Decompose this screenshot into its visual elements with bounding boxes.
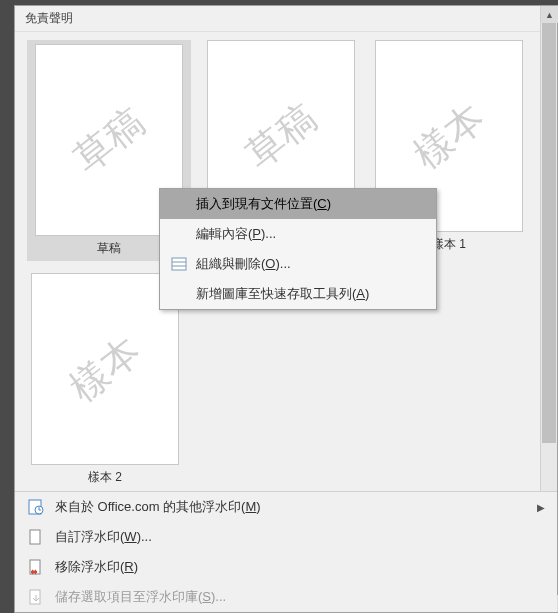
office-watermark-icon <box>25 498 47 516</box>
ctx-organize-delete[interactable]: 組織與刪除(O)... <box>160 249 436 279</box>
blank-icon <box>168 195 190 213</box>
watermark-text: 樣本 <box>59 326 150 413</box>
thumbnail-label: 樣本 1 <box>432 236 466 253</box>
scroll-up-button[interactable]: ▲ <box>541 6 558 23</box>
menu-label: 來自於 Office.com 的其他浮水印(M) <box>55 498 261 516</box>
save-gallery-icon <box>25 588 47 606</box>
watermark-thumbnail: 樣本 <box>31 273 179 465</box>
watermark-text: 草稿 <box>235 93 326 180</box>
menu-save-to-gallery: 儲存選取項目至浮水印庫(S)... <box>15 582 557 612</box>
ctx-insert-at-position[interactable]: 插入到現有文件位置(C) <box>160 189 436 219</box>
watermark-gallery-panel: 免責聲明 草稿 草稿 草稿 樣本 樣本 1 樣本 樣本 2 <box>14 5 558 613</box>
svg-rect-10 <box>172 258 186 270</box>
svg-rect-9 <box>30 590 40 604</box>
blank-icon <box>168 285 190 303</box>
watermark-text: 草稿 <box>63 97 154 184</box>
section-title: 免責聲明 <box>25 11 73 25</box>
context-menu: 插入到現有文件位置(C) 編輯內容(P)... 組織與刪除(O)... 新增圖庫… <box>159 188 437 310</box>
section-header: 免責聲明 <box>15 6 557 32</box>
menu-more-from-office[interactable]: 來自於 Office.com 的其他浮水印(M) ▶ <box>15 492 557 522</box>
scroll-thumb[interactable] <box>542 23 556 443</box>
thumbnail-label: 草稿 <box>97 240 121 257</box>
ctx-label: 插入到現有文件位置(C) <box>196 195 331 213</box>
thumbnail-label: 樣本 2 <box>88 469 122 484</box>
submenu-arrow-icon: ▶ <box>537 502 545 513</box>
ctx-label: 編輯內容(P)... <box>196 225 276 243</box>
page-icon <box>25 528 47 546</box>
blank-icon <box>168 225 190 243</box>
menu-label: 儲存選取項目至浮水印庫(S)... <box>55 588 226 606</box>
menu-label: 移除浮水印(R) <box>55 558 138 576</box>
watermark-text: 樣本 <box>403 93 494 180</box>
menu-custom-watermark[interactable]: 自訂浮水印(W)... <box>15 522 557 552</box>
ctx-add-to-qat[interactable]: 新增圖庫至快速存取工具列(A) <box>160 279 436 309</box>
ctx-edit-content[interactable]: 編輯內容(P)... <box>160 219 436 249</box>
menu-label: 自訂浮水印(W)... <box>55 528 152 546</box>
menu-remove-watermark[interactable]: 移除浮水印(R) <box>15 552 557 582</box>
bottom-menu: 來自於 Office.com 的其他浮水印(M) ▶ 自訂浮水印(W)... 移… <box>15 491 557 612</box>
organize-icon <box>168 255 190 273</box>
ctx-label: 新增圖庫至快速存取工具列(A) <box>196 285 369 303</box>
remove-watermark-icon <box>25 558 47 576</box>
svg-rect-4 <box>30 530 40 544</box>
ctx-label: 組織與刪除(O)... <box>196 255 291 273</box>
